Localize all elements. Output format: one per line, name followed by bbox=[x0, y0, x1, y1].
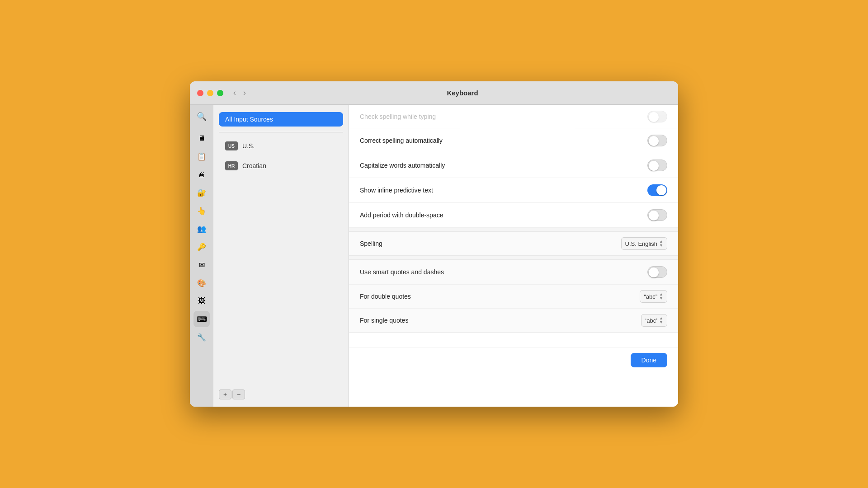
correct-spelling-toggle[interactable] bbox=[647, 135, 667, 146]
spelling-label: Spelling bbox=[360, 240, 382, 247]
done-btn-area: Done bbox=[349, 347, 678, 373]
traffic-lights bbox=[197, 90, 223, 96]
partial-label: Check spelling while typing bbox=[360, 113, 436, 120]
row-spacer-1 bbox=[349, 228, 678, 231]
single-quotes-value: ‘abc’ bbox=[645, 317, 657, 324]
toggle-knob bbox=[649, 136, 659, 146]
sidebar-footer: + − bbox=[219, 386, 343, 399]
double-quotes-arrows-icon: ▲ ▼ bbox=[659, 292, 663, 300]
sidebar-icon-keyboard[interactable]: ⌨ bbox=[193, 311, 210, 327]
toggle-knob bbox=[649, 161, 659, 171]
toggle-knob bbox=[649, 112, 659, 122]
partial-top-row: Check spelling while typing bbox=[349, 105, 678, 128]
add-period-row: Add period with double-space bbox=[349, 203, 678, 228]
sidebar-icon-touch[interactable]: 👆 bbox=[193, 202, 210, 219]
hr-label: Croatian bbox=[242, 162, 266, 169]
us-label: U.S. bbox=[242, 142, 255, 150]
single-quotes-arrows-icon: ▲ ▼ bbox=[659, 316, 663, 324]
search-icon[interactable]: 🔍 bbox=[193, 108, 210, 125]
single-quotes-row: For single quotes ‘abc’ ▲ ▼ bbox=[349, 309, 678, 333]
spelling-row: Spelling U.S. English ▲ ▼ bbox=[349, 231, 678, 256]
spelling-dropdown[interactable]: U.S. English ▲ ▼ bbox=[621, 237, 667, 250]
bottom-spacer bbox=[349, 333, 678, 347]
maximize-button[interactable] bbox=[217, 90, 223, 96]
sidebar-divider bbox=[219, 132, 343, 132]
forward-button[interactable]: › bbox=[241, 87, 249, 99]
partial-toggle[interactable] bbox=[647, 111, 667, 122]
double-quotes-label: For double quotes bbox=[360, 293, 411, 300]
hr-badge: HR bbox=[225, 161, 238, 170]
remove-language-button[interactable]: − bbox=[232, 389, 245, 399]
add-period-toggle[interactable] bbox=[647, 209, 667, 221]
smart-quotes-row: Use smart quotes and dashes bbox=[349, 259, 678, 285]
capitalize-words-toggle[interactable] bbox=[647, 160, 667, 171]
sidebar-icon-lock[interactable]: 🔐 bbox=[193, 184, 210, 201]
show-inline-predictive-row: Show inline predictive text bbox=[349, 178, 678, 203]
add-period-label: Add period with double-space bbox=[360, 211, 443, 219]
sidebar-icon-mail[interactable]: ✉ bbox=[193, 257, 210, 273]
nav-buttons: ‹ › bbox=[231, 87, 249, 99]
sidebar-icon-color[interactable]: 🎨 bbox=[193, 275, 210, 291]
show-inline-predictive-toggle[interactable] bbox=[647, 184, 667, 196]
single-quotes-label: For single quotes bbox=[360, 317, 408, 324]
done-button[interactable]: Done bbox=[631, 353, 667, 367]
window-body: 🔍 🖥 📋 🖨 🔐 👆 👥 🔑 ✉ 🎨 🖼 ⌨ 🔧 All Input Sour… bbox=[190, 105, 678, 407]
sidebar-icon-users[interactable]: 👥 bbox=[193, 221, 210, 237]
sidebar-lang-us[interactable]: US U.S. bbox=[219, 138, 343, 154]
double-quotes-dropdown[interactable]: “abc” ▲ ▼ bbox=[640, 290, 667, 303]
add-language-button[interactable]: + bbox=[219, 389, 231, 399]
toggle-knob bbox=[656, 185, 666, 195]
double-quotes-row: For double quotes “abc” ▲ ▼ bbox=[349, 285, 678, 309]
double-quotes-value: “abc” bbox=[644, 293, 657, 300]
sidebar-icon-screen[interactable]: 📋 bbox=[193, 148, 210, 164]
sidebar-lang-hr[interactable]: HR Croatian bbox=[219, 158, 343, 174]
sidebar-icon-display[interactable]: 🖥 bbox=[193, 130, 210, 146]
sidebar-icons: 🔍 🖥 📋 🖨 🔐 👆 👥 🔑 ✉ 🎨 🖼 ⌨ 🔧 bbox=[190, 105, 213, 407]
capitalize-words-row: Capitalize words automatically bbox=[349, 153, 678, 178]
sidebar-icon-action[interactable]: 🔧 bbox=[193, 329, 210, 345]
smart-quotes-toggle[interactable] bbox=[647, 266, 667, 278]
main-window: ‹ › Keyboard 🔍 🖥 📋 🖨 🔐 👆 👥 🔑 ✉ 🎨 🖼 ⌨ 🔧 A… bbox=[190, 81, 678, 407]
smart-quotes-label: Use smart quotes and dashes bbox=[360, 268, 444, 276]
us-badge: US bbox=[225, 141, 238, 150]
titlebar: ‹ › Keyboard bbox=[190, 81, 678, 105]
window-title: Keyboard bbox=[254, 89, 671, 97]
capitalize-words-label: Capitalize words automatically bbox=[360, 162, 445, 169]
content-area: Check spelling while typing Correct spel… bbox=[349, 105, 678, 407]
single-quotes-dropdown[interactable]: ‘abc’ ▲ ▼ bbox=[641, 314, 667, 327]
sidebar-main: All Input Sources US U.S. HR Croatian + … bbox=[213, 105, 349, 407]
minimize-button[interactable] bbox=[207, 90, 213, 96]
correct-spelling-row: Correct spelling automatically bbox=[349, 128, 678, 153]
toggle-knob bbox=[649, 267, 659, 277]
spelling-value: U.S. English bbox=[625, 240, 658, 247]
back-button[interactable]: ‹ bbox=[231, 87, 239, 99]
row-spacer-2 bbox=[349, 256, 678, 259]
correct-spelling-label: Correct spelling automatically bbox=[360, 137, 443, 144]
dropdown-arrows-icon: ▲ ▼ bbox=[659, 239, 663, 248]
show-inline-predictive-label: Show inline predictive text bbox=[360, 187, 433, 194]
close-button[interactable] bbox=[197, 90, 203, 96]
sidebar-icon-printer[interactable]: 🖨 bbox=[193, 166, 210, 183]
sidebar-icon-key[interactable]: 🔑 bbox=[193, 239, 210, 255]
toggle-knob bbox=[649, 211, 659, 221]
all-input-sources-item[interactable]: All Input Sources bbox=[219, 112, 343, 127]
sidebar-icon-wallet[interactable]: 🖼 bbox=[193, 293, 210, 309]
